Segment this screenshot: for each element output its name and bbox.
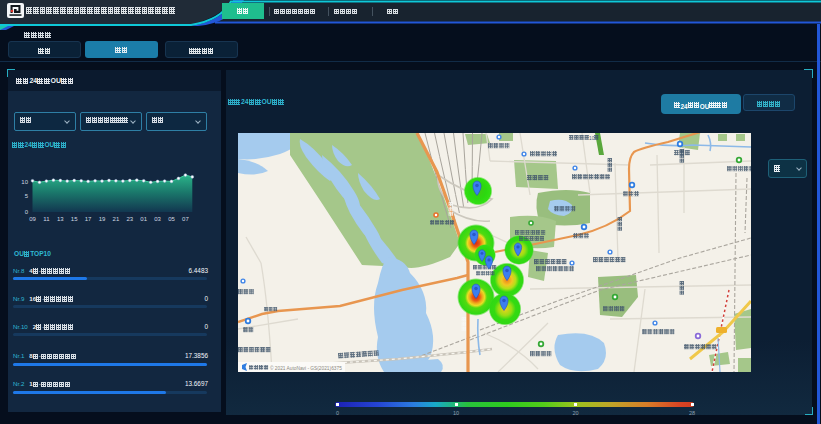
svg-text:10: 10 [589, 136, 595, 141]
svg-text:© 2021 AutoNavi - GS(2021)6375: © 2021 AutoNavi - GS(2021)6375 [270, 365, 342, 371]
